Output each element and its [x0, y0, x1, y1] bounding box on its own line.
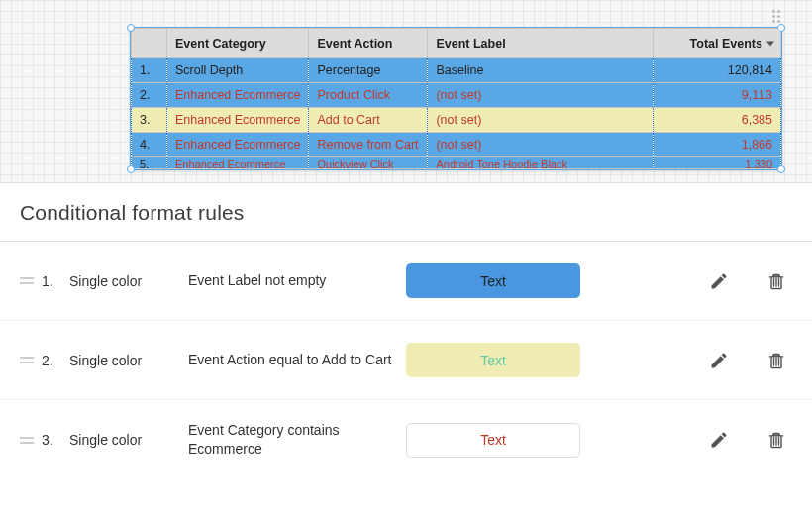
table-row[interactable]: 4.Enhanced EcommerceRemove from Cart(not… [132, 133, 781, 157]
rule-actions [707, 269, 788, 293]
cell-total: 9,113 [654, 83, 781, 108]
pencil-icon [709, 271, 729, 291]
cell-category: Enhanced Ecommerce [167, 133, 309, 157]
conditional-format-panel: Conditional format rules 1.Single colorE… [0, 182, 812, 479]
cell-total: 1,330 [654, 157, 781, 169]
cell-category: Enhanced Ecommerce [167, 157, 309, 169]
rule-preview-swatch[interactable]: Text [406, 343, 580, 377]
col-header-label[interactable]: Event Label [428, 29, 654, 58]
cell-index: 5. [132, 157, 167, 169]
cell-total: 6,385 [654, 108, 781, 133]
rule-actions [707, 428, 788, 452]
rule-description: Event Action equal to Add to Cart [188, 351, 406, 369]
drag-handle-icon[interactable] [20, 437, 42, 444]
rule-index: 1. [42, 273, 69, 289]
col-header-action[interactable]: Event Action [309, 29, 428, 58]
rule-index: 2. [42, 353, 69, 368]
trash-icon [766, 351, 786, 370]
delete-button[interactable] [764, 349, 788, 372]
pencil-icon [709, 351, 729, 370]
cell-label: (not set) [428, 108, 654, 133]
drag-handle-icon[interactable] [20, 277, 42, 284]
selection-handle-bl[interactable] [127, 165, 135, 173]
panel-header: Conditional format rules [0, 183, 812, 242]
rule-preview-swatch[interactable]: Text [406, 423, 580, 458]
cell-total: 120,814 [654, 58, 781, 83]
cell-action: Remove from Cart [309, 133, 428, 157]
edit-button[interactable] [707, 428, 731, 452]
col-header-total[interactable]: Total Events [654, 29, 781, 58]
cell-index: 4. [132, 133, 167, 157]
table-row[interactable]: 1.Scroll DepthPercentageBaseline120,814 [132, 58, 781, 83]
table-row[interactable]: 2.Enhanced EcommerceProduct Click(not se… [132, 83, 781, 108]
cell-category: Enhanced Ecommerce [167, 108, 309, 133]
cell-label: Baseline [428, 58, 654, 83]
rules-list: 1.Single colorEvent Label not emptyText2… [0, 242, 812, 479]
cell-action: Product Click [309, 83, 428, 108]
table-row[interactable]: 5.Enhanced EcommerceQuickview ClickAndro… [132, 157, 781, 169]
trash-icon [766, 430, 786, 450]
delete-button[interactable] [764, 428, 788, 452]
edit-button[interactable] [707, 349, 731, 372]
edit-button[interactable] [707, 269, 731, 293]
selection-handle-tl[interactable] [127, 24, 135, 32]
rule-row: 3.Single colorEvent Category contains Ec… [0, 400, 812, 479]
data-table-container[interactable]: Event Category Event Action Event Label … [130, 27, 782, 170]
selection-handle-br[interactable] [777, 165, 785, 173]
cell-action: Percentage [309, 58, 428, 83]
rule-description: Event Label not empty [188, 271, 406, 290]
cell-index: 3. [132, 108, 167, 133]
cell-category: Enhanced Ecommerce [167, 83, 309, 108]
rule-type: Single color [69, 273, 188, 289]
canvas-area: Event Category Event Action Event Label … [0, 0, 812, 182]
cell-total: 1,866 [654, 133, 781, 157]
rule-actions [707, 349, 788, 372]
cell-label: (not set) [428, 83, 654, 108]
trash-icon [766, 271, 786, 291]
col-header-category[interactable]: Event Category [167, 29, 309, 58]
rule-description: Event Category contains Ecommerce [188, 421, 406, 459]
rule-index: 3. [42, 432, 69, 448]
rule-type: Single color [69, 353, 188, 368]
pencil-icon [709, 430, 729, 450]
drag-handle-icon[interactable] [20, 357, 42, 363]
sort-caret-icon [766, 41, 774, 46]
rule-row: 1.Single colorEvent Label not emptyText [0, 242, 812, 321]
panel-title: Conditional format rules [20, 201, 792, 225]
cell-label: Android Tone Hoodie Black [428, 157, 654, 169]
cell-label: (not set) [428, 133, 654, 157]
table-header-row: Event Category Event Action Event Label … [132, 29, 781, 58]
cell-action: Add to Cart [309, 108, 428, 133]
rule-type: Single color [69, 432, 188, 448]
rule-row: 2.Single colorEvent Action equal to Add … [0, 321, 812, 400]
table-row[interactable]: 3.Enhanced EcommerceAdd to Cart(not set)… [132, 108, 781, 133]
rule-preview-swatch[interactable]: Text [406, 263, 580, 298]
delete-button[interactable] [764, 269, 788, 293]
col-header-index[interactable] [132, 29, 167, 58]
col-header-total-label: Total Events [690, 37, 762, 51]
cell-index: 2. [132, 83, 167, 108]
cell-index: 1. [132, 58, 167, 83]
cell-category: Scroll Depth [167, 58, 309, 83]
cell-action: Quickview Click [309, 157, 428, 169]
data-table: Event Category Event Action Event Label … [131, 28, 781, 169]
